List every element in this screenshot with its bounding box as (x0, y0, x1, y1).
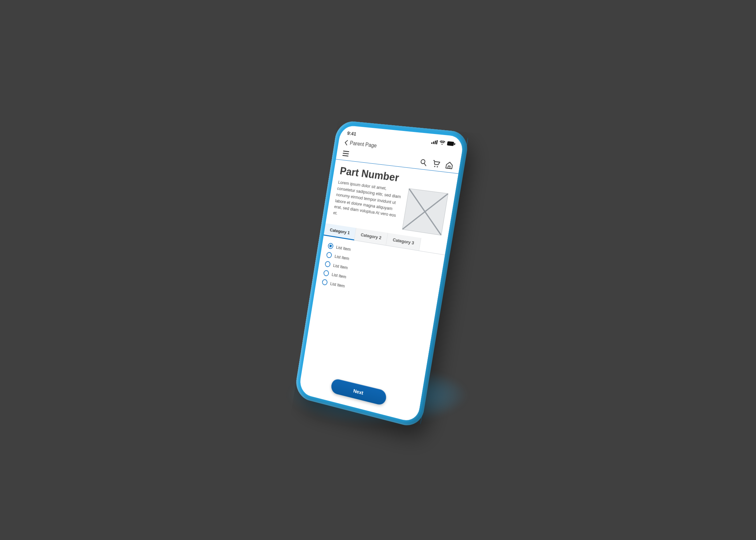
status-indicators (431, 139, 455, 146)
search-button[interactable] (420, 159, 427, 166)
svg-point-12 (437, 166, 438, 167)
svg-rect-5 (454, 143, 455, 145)
svg-rect-7 (343, 153, 349, 154)
svg-rect-1 (433, 141, 434, 144)
hamburger-menu-button[interactable] (342, 151, 349, 156)
radio-icon (325, 261, 331, 268)
radio-icon (321, 279, 328, 286)
image-placeholder (402, 188, 448, 236)
radio-icon (323, 270, 329, 276)
list-item-label: List Item (336, 244, 351, 252)
chevron-left-icon (344, 140, 348, 145)
signal-icon (431, 139, 438, 144)
battery-icon (447, 141, 455, 146)
svg-rect-4 (447, 141, 454, 146)
list-item-label: List Item (331, 272, 346, 279)
list-item-label: List Item (334, 253, 349, 261)
search-icon (420, 159, 427, 166)
radio-icon (326, 252, 332, 259)
cart-button[interactable] (432, 160, 440, 168)
screen: 9:41 Parent Page (298, 125, 465, 423)
phone-mockup-scene: 9:41 Parent Page (307, 125, 449, 415)
home-button[interactable] (445, 161, 453, 169)
cart-icon (432, 160, 440, 168)
svg-point-11 (434, 166, 435, 167)
svg-rect-0 (431, 142, 432, 143)
home-icon (445, 161, 453, 169)
status-time: 9:41 (347, 130, 357, 137)
svg-rect-3 (436, 140, 438, 144)
phone-device: 9:41 Parent Page (293, 120, 470, 429)
svg-line-10 (424, 164, 426, 166)
hamburger-icon (342, 151, 349, 156)
